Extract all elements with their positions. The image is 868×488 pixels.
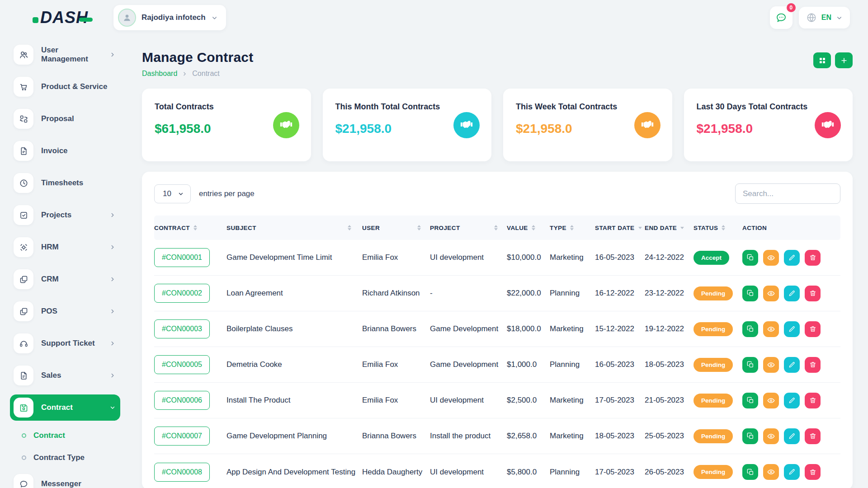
view-button[interactable]	[763, 393, 779, 408]
contract-id-badge[interactable]: #CON00005	[154, 355, 210, 374]
copy-icon	[747, 361, 754, 368]
sidebar-item-pos[interactable]: POS	[10, 298, 120, 324]
delete-button[interactable]	[805, 250, 821, 266]
view-button[interactable]	[763, 357, 779, 373]
breadcrumb-dashboard-link[interactable]: Dashboard	[142, 70, 177, 78]
column-header-user[interactable]: User	[362, 225, 430, 231]
sidebar-item-hrm[interactable]: HRM	[10, 234, 120, 260]
view-button[interactable]	[763, 250, 779, 266]
copy-icon	[747, 432, 754, 440]
sidebar-item-user-management[interactable]: User Management	[10, 42, 120, 68]
column-header-value[interactable]: Value	[507, 225, 550, 231]
cell-start-date: 15-12-2022	[595, 324, 645, 333]
delete-button[interactable]	[805, 321, 821, 337]
column-header-subject[interactable]: Subject	[226, 225, 362, 231]
contract-id-badge[interactable]: #CON00002	[154, 284, 210, 303]
row-actions	[742, 464, 840, 480]
row-actions	[742, 321, 840, 337]
sort-icon	[494, 225, 498, 230]
view-button[interactable]	[763, 464, 779, 480]
view-button[interactable]	[763, 428, 779, 444]
duplicate-button[interactable]	[742, 393, 758, 408]
edit-button[interactable]	[784, 250, 800, 266]
sidebar-item-support-ticket[interactable]: Support Ticket	[10, 330, 120, 357]
company-selector[interactable]: Rajodiya infotech	[113, 5, 226, 30]
edit-button[interactable]	[784, 393, 800, 408]
sidebar-item-contract[interactable]: Contract	[10, 394, 120, 421]
sidebar-item-proposal[interactable]: Proposal	[10, 106, 120, 132]
chat-icon	[14, 474, 33, 488]
sidebar-item-label: Proposal	[41, 114, 116, 123]
edit-button[interactable]	[784, 357, 800, 373]
add-contract-button[interactable]	[835, 52, 853, 68]
chevron-right-icon	[109, 212, 116, 218]
duplicate-button[interactable]	[742, 321, 758, 337]
contract-id-badge[interactable]: #CON00007	[154, 427, 210, 446]
column-header-project[interactable]: Project	[430, 225, 507, 231]
delete-button[interactable]	[805, 393, 821, 408]
delete-button[interactable]	[805, 286, 821, 301]
duplicate-button[interactable]	[742, 286, 758, 301]
cell-project: UI development	[430, 396, 507, 405]
sidebar-item-label: POS	[41, 307, 102, 316]
eye-icon	[767, 397, 775, 404]
column-header-status[interactable]: Status	[693, 225, 742, 231]
duplicate-button[interactable]	[742, 464, 758, 480]
cell-project: Game Development	[430, 324, 507, 333]
view-button[interactable]	[763, 321, 779, 337]
contract-id-badge[interactable]: #CON00001	[154, 248, 210, 267]
sidebar-item-crm[interactable]: CRM	[10, 266, 120, 292]
sidebar-item-sales[interactable]: Sales	[10, 362, 120, 389]
topbar: DASH Rajodiya infotech 0 EN	[0, 0, 868, 35]
status-badge: Pending	[693, 429, 733, 443]
breadcrumb-current: Contract	[192, 70, 219, 78]
column-header-type[interactable]: Type	[550, 225, 595, 231]
contract-id-badge[interactable]: #CON00006	[154, 391, 210, 410]
edit-button[interactable]	[784, 286, 800, 301]
table-row: #CON00001 Game Development Time Limit Em…	[154, 240, 840, 276]
cell-subject: Game Development Time Limit	[226, 253, 362, 262]
duplicate-button[interactable]	[742, 250, 758, 266]
delete-button[interactable]	[805, 464, 821, 480]
search-input[interactable]	[735, 183, 840, 204]
duplicate-button[interactable]	[742, 357, 758, 373]
delete-button[interactable]	[805, 428, 821, 444]
handshake-icon	[815, 112, 841, 138]
sidebar-subitem-contract-type[interactable]: Contract Type	[10, 449, 120, 467]
view-button[interactable]	[763, 286, 779, 301]
row-actions	[742, 428, 840, 444]
sidebar-item-label: User Management	[41, 46, 102, 64]
contract-id-badge[interactable]: #CON00003	[154, 319, 210, 338]
cell-start-date: 18-05-2023	[595, 432, 645, 441]
sidebar-item-invoice[interactable]: Invoice	[10, 138, 120, 164]
cell-user: Emilia Fox	[362, 360, 430, 369]
cell-type: Marketing	[550, 432, 595, 441]
edit-button[interactable]	[784, 464, 800, 480]
language-selector[interactable]: EN	[799, 7, 850, 28]
sidebar-item-messenger[interactable]: Messenger	[10, 471, 120, 488]
cell-type: Planning	[550, 289, 595, 298]
entries-per-page-label: entries per page	[199, 189, 255, 198]
edit-button[interactable]	[784, 428, 800, 444]
sidebar-subitem-contract[interactable]: Contract	[10, 427, 120, 445]
edit-button[interactable]	[784, 321, 800, 337]
cell-user: Brianna Bowers	[362, 324, 430, 333]
eye-icon	[767, 432, 775, 440]
column-header-end-date[interactable]: End Date	[645, 225, 693, 231]
entries-per-page-select[interactable]: 10	[154, 184, 191, 203]
cell-end-date: 18-05-2023	[645, 360, 693, 369]
cell-type: Planning	[550, 468, 595, 477]
company-name: Rajodiya infotech	[142, 13, 206, 22]
grid-view-button[interactable]	[813, 52, 831, 68]
chat-button[interactable]: 0	[770, 6, 793, 29]
delete-button[interactable]	[805, 357, 821, 373]
sidebar-item-label: Product & Service	[41, 82, 116, 91]
column-header-contract[interactable]: Contract	[154, 225, 226, 231]
contract-id-badge[interactable]: #CON00008	[154, 463, 210, 482]
column-header-start-date[interactable]: Start Date	[595, 225, 645, 231]
sidebar-item-timesheets[interactable]: Timesheets	[10, 170, 120, 196]
sidebar-item-projects[interactable]: Projects	[10, 202, 120, 228]
duplicate-button[interactable]	[742, 428, 758, 444]
sort-icon	[532, 225, 535, 230]
sidebar-item-product-service[interactable]: Product & Service	[10, 74, 120, 100]
